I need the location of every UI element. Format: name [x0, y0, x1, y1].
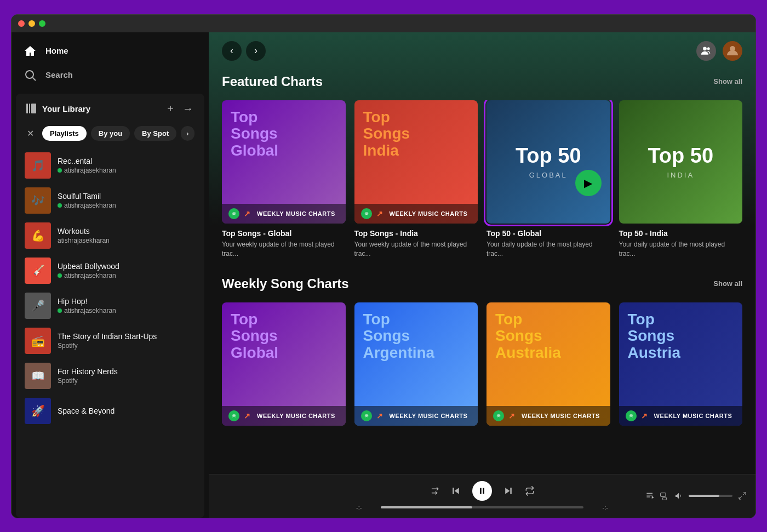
card-title-line3: Global [231, 142, 278, 159]
now-playing-center: -:- -:- [356, 481, 608, 511]
playlist-thumb: 🚀 [25, 398, 51, 424]
library-icon [25, 102, 38, 115]
svg-marker-27 [676, 493, 679, 499]
svg-rect-22 [646, 496, 650, 497]
close-button[interactable] [18, 20, 25, 27]
volume-fill [689, 495, 719, 497]
progress-fill [381, 506, 472, 508]
weekly-charts-cards: Top Songs Global ↗ Weekly Music Cha [222, 302, 742, 432]
filter-more-button[interactable]: › [181, 126, 194, 141]
play-button-overlay[interactable]: ▶ [575, 170, 602, 196]
card-title-line2: Songs [495, 328, 561, 345]
chart-badge: ↗ Weekly Music Charts [354, 204, 478, 224]
spotify-logo [228, 208, 239, 219]
playlist-name: Soulful Tamil [58, 192, 116, 201]
friends-icon[interactable] [696, 41, 716, 61]
online-indicator [58, 203, 62, 208]
svg-marker-14 [455, 488, 459, 494]
featured-charts-show-all[interactable]: Show all [713, 77, 742, 85]
repeat-button[interactable] [525, 486, 535, 496]
filter-byyou[interactable]: By you [91, 126, 130, 141]
main-content: ‹ › [209, 32, 755, 518]
card-desc: Your daily update of the most played tra… [486, 240, 610, 259]
chart-badge: ↗ Weekly Music Charts [222, 204, 346, 224]
volume-button[interactable] [674, 491, 683, 500]
progress-bar[interactable]: -:- -:- [356, 504, 608, 511]
card-weekly-australia[interactable]: Top Songs Australia ↗ Weekly Music [486, 302, 610, 432]
card-weekly-global[interactable]: Top Songs Global ↗ Weekly Music Cha [222, 302, 346, 432]
sidebar-library: Your Library + → ✕ Playlists By you By S… [16, 94, 204, 518]
spotify-logo [626, 410, 637, 421]
progress-total: -:- [589, 504, 608, 511]
weekly-charts-title: Weekly Song Charts [222, 276, 349, 291]
spotify-logo [228, 410, 239, 421]
list-item[interactable]: 📻 The Story of Indian Start-Ups Spotify [16, 323, 204, 358]
list-item[interactable]: 🎤 Hip Hop! atishrajasekharan [16, 288, 204, 323]
library-expand-button[interactable]: → [180, 100, 196, 117]
list-item[interactable]: 🎸 Upbeat Bollywood atishrajasekharan [16, 253, 204, 288]
sidebar-item-search[interactable]: Search [16, 63, 204, 87]
progress-track[interactable] [381, 506, 583, 508]
svg-rect-21 [646, 495, 652, 495]
playlist-author: atishrajasekharan [58, 237, 110, 244]
list-item[interactable]: 📖 For History Nerds Spotify [16, 358, 204, 393]
card-top50-global[interactable]: Top 50 GLOBAL ▶ Top 50 - Global Your dai… [486, 100, 610, 259]
author-name: atishrajasekharan [64, 167, 116, 174]
card-title-line3: Global [231, 345, 278, 362]
svg-rect-4 [31, 104, 36, 113]
author-name: Spotify [58, 377, 78, 385]
card-name: Top Songs - India [354, 229, 478, 238]
playlist-thumb: 🎸 [25, 258, 51, 284]
play-pause-button[interactable] [472, 481, 492, 501]
card-title-line1: Top [363, 311, 435, 328]
playlist-list: 🎵 Rec..ental atishrajasekharan 🎶 [16, 148, 204, 518]
minimize-button[interactable] [28, 20, 35, 27]
card-title-line1: Top [231, 109, 278, 126]
filter-close-button[interactable]: ✕ [22, 126, 38, 141]
previous-button[interactable] [450, 485, 461, 496]
card-weekly-austria[interactable]: Top Songs Austria ↗ Weekly Music Ch [619, 302, 743, 432]
card-title-line1: Top [363, 109, 410, 126]
volume-bar[interactable] [689, 495, 732, 497]
card-top-songs-india[interactable]: Top Songs India ↗ Weekly Music Char [354, 100, 478, 259]
svg-rect-16 [480, 488, 482, 494]
sidebar-item-home[interactable]: Home [16, 39, 204, 63]
svg-rect-17 [483, 488, 484, 494]
forward-button[interactable]: › [246, 41, 266, 61]
filter-byspot[interactable]: By Spot [134, 126, 176, 141]
shuffle-button[interactable] [430, 486, 439, 496]
next-button[interactable] [503, 485, 514, 496]
list-item[interactable]: 🎶 Soulful Tamil atishrajasekharan [16, 183, 204, 218]
search-icon [24, 68, 37, 82]
library-add-button[interactable]: + [165, 100, 176, 117]
user-avatar[interactable] [723, 41, 742, 61]
back-button[interactable]: ‹ [222, 41, 242, 61]
fullscreen-button[interactable] [738, 491, 747, 500]
home-icon [24, 44, 37, 58]
queue-button[interactable] [646, 491, 655, 500]
weekly-charts-show-all[interactable]: Show all [713, 279, 742, 288]
filter-playlists[interactable]: Playlists [42, 126, 87, 141]
list-item[interactable]: 🚀 Space & Beyond [16, 393, 204, 428]
playlist-author: atishrajasekharan [58, 202, 116, 209]
card-title-line1: Top [628, 311, 680, 328]
top50-region: INDIA [667, 171, 694, 179]
card-title-line1: Top [495, 311, 561, 328]
card-top50-india[interactable]: Top 50 INDIA Top 50 - India Your daily u… [619, 100, 743, 259]
maximize-button[interactable] [39, 20, 45, 27]
card-top-songs-global[interactable]: Top Songs Global ↗ Weekly Music Cha [222, 100, 346, 259]
card-title-line2: Songs [628, 328, 680, 345]
devices-button[interactable] [660, 491, 669, 500]
featured-charts-section: Featured Charts Show all Top Songs Globa… [222, 74, 742, 259]
svg-line-28 [743, 493, 746, 495]
svg-point-0 [26, 71, 33, 78]
chart-badge: ↗ Weekly Music Charts [619, 406, 743, 426]
card-weekly-argentina[interactable]: Top Songs Argentina ↗ Weekly Music [354, 302, 478, 432]
topbar-right [696, 41, 742, 61]
top50-number: Top 50 [516, 144, 581, 168]
svg-point-11 [364, 413, 369, 419]
playlist-name: The Story of Indian Start-Ups [58, 332, 157, 341]
list-item[interactable]: 🎵 Rec..ental atishrajasekharan [16, 148, 204, 183]
sidebar-nav: Home Search [12, 32, 209, 94]
list-item[interactable]: 💪 Workouts atishrajasekharan [16, 218, 204, 253]
